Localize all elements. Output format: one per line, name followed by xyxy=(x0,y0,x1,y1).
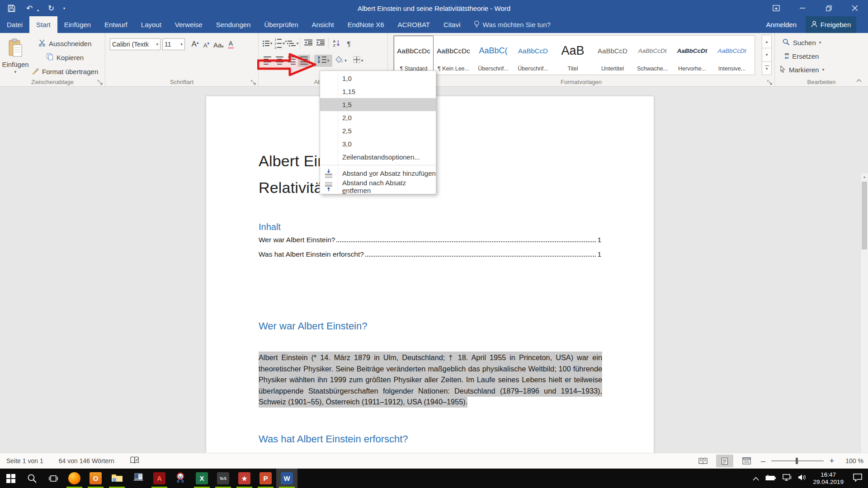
style-intensive-hervorhebung[interactable]: AaBbCcDtIntensive... xyxy=(712,36,752,75)
vertical-scrollbar[interactable]: ▴ xyxy=(860,174,868,453)
close-button[interactable] xyxy=(842,0,868,16)
read-mode-view-button[interactable] xyxy=(694,455,712,467)
menu-item-spacing-2-5[interactable]: 2,5 xyxy=(320,124,436,137)
minimize-button[interactable] xyxy=(789,0,816,16)
show-paragraph-marks-button[interactable]: ¶ xyxy=(343,38,355,50)
zoom-level[interactable]: 100 % xyxy=(840,457,863,465)
taskbar-app-powerpoint[interactable]: P xyxy=(255,469,276,488)
task-view-button[interactable] xyxy=(42,469,64,488)
zoom-slider[interactable] xyxy=(771,460,824,461)
taskbar-app-texmaker[interactable]: TeX xyxy=(212,469,234,488)
share-button[interactable]: Freigeben xyxy=(806,16,856,33)
tab-endnote[interactable]: EndNote X6 xyxy=(341,16,391,33)
restore-button[interactable] xyxy=(816,0,842,16)
tell-me-box[interactable]: Was möchten Sie tun? xyxy=(467,16,557,33)
tab-ueberpruefen[interactable]: Überprüfen xyxy=(257,16,305,33)
selected-text[interactable]: Albert Einstein (* 14. März 1879 in Ulm,… xyxy=(259,352,602,408)
format-painter-button[interactable]: Format übertragen xyxy=(30,66,100,77)
cut-button[interactable]: Ausschneiden xyxy=(30,38,100,49)
font-name-select[interactable]: Calibri (Textk ▾ xyxy=(110,38,160,50)
line-spacing-button[interactable]: ▾ xyxy=(314,55,332,67)
numbered-list-button[interactable]: 1 2 3 ▾ xyxy=(274,38,286,50)
tab-sendungen[interactable]: Sendungen xyxy=(209,16,258,33)
redo-button[interactable]: ↻ xyxy=(45,2,57,14)
ribbon-display-options-button[interactable] xyxy=(763,0,789,16)
taskbar-clock[interactable]: 16:47 29.04.2019 xyxy=(813,471,844,486)
tab-acrobat[interactable]: ACROBAT xyxy=(391,16,437,33)
shading-button[interactable]: ▾ xyxy=(332,55,349,67)
start-button[interactable] xyxy=(0,469,21,488)
bullet-list-button[interactable]: ▾ xyxy=(261,38,274,50)
clear-formatting-button[interactable]: A xyxy=(225,38,236,51)
clipboard-dialog-launcher[interactable] xyxy=(98,79,103,84)
menu-item-remove-space-after[interactable]: Abstand nach Absatz entfernen xyxy=(320,180,436,193)
menu-item-spacing-options[interactable]: Zeilenabstandsoptionen... xyxy=(320,150,436,164)
menu-item-spacing-3-0[interactable]: 3,0 xyxy=(320,137,436,150)
toc-heading[interactable]: Inhalt xyxy=(259,222,281,232)
taskbar-app-excel[interactable]: X xyxy=(191,469,212,488)
shrink-font-button[interactable]: A▾ xyxy=(201,38,212,51)
taskbar-app-word[interactable]: W xyxy=(276,469,297,488)
undo-button[interactable]: ↶ xyxy=(24,2,35,14)
taskbar-app-explorer[interactable] xyxy=(106,469,127,488)
menu-item-spacing-1-0[interactable]: 1,0 xyxy=(320,72,436,85)
heading-was-hat-albert-einstein-erforscht[interactable]: Was hat Albert Einstein erforscht? xyxy=(259,433,408,445)
collapse-ribbon-button[interactable] xyxy=(854,76,864,84)
style-titel[interactable]: AaBTitel xyxy=(553,36,593,75)
zoom-in-button[interactable]: + xyxy=(828,456,835,466)
style-untertitel[interactable]: AaBbCcDUntertitel xyxy=(593,36,632,75)
styles-dialog-launcher[interactable] xyxy=(767,79,773,84)
network-icon[interactable] xyxy=(783,474,792,483)
grow-font-button[interactable]: A▴ xyxy=(189,38,201,51)
customize-qat-button[interactable]: ▾ xyxy=(63,6,65,10)
copy-button[interactable]: Kopieren xyxy=(30,52,100,63)
scrollbar-up-icon[interactable]: ▴ xyxy=(861,174,868,179)
replace-button[interactable]: ab ac Ersetzen xyxy=(779,50,824,62)
find-button[interactable]: Suchen ▾ xyxy=(779,37,824,48)
tab-citavi[interactable]: Citavi xyxy=(437,16,467,33)
toc-entry[interactable]: Was hat Albert Einstein erforscht?1 xyxy=(259,250,601,265)
sort-button[interactable]: A Z xyxy=(330,38,343,50)
select-button[interactable]: Markieren ▾ xyxy=(779,64,824,75)
font-dialog-launcher[interactable] xyxy=(251,79,256,84)
undo-dropdown-caret-icon[interactable]: ▾ xyxy=(37,9,39,13)
zoom-out-button[interactable]: – xyxy=(760,456,767,466)
tab-einfuegen[interactable]: Einfügen xyxy=(57,16,98,33)
sign-in-button[interactable]: Anmelden xyxy=(757,16,806,33)
taskbar-app-acrobat[interactable]: A xyxy=(149,469,170,488)
change-case-button[interactable]: Aa▾ xyxy=(212,38,225,51)
borders-button[interactable]: ▾ xyxy=(349,55,367,67)
tab-datei[interactable]: Datei xyxy=(0,16,29,33)
menu-item-spacing-1-15[interactable]: 1,15 xyxy=(320,85,436,98)
multilevel-list-button[interactable]: ▾ xyxy=(286,38,298,50)
tab-start[interactable]: Start xyxy=(29,16,57,33)
styles-scroll-down-button[interactable]: ▾ xyxy=(762,48,772,61)
taskbar-search-button[interactable] xyxy=(21,469,42,488)
volume-icon[interactable] xyxy=(798,474,807,483)
menu-item-spacing-1-5[interactable]: 1,5 xyxy=(320,98,436,111)
heading-wer-war-albert-einstein[interactable]: Wer war Albert Einstein? xyxy=(259,320,367,332)
style-ueberschrift-2[interactable]: AaBbCcDÜberschrif... xyxy=(513,36,553,75)
word-count-status[interactable]: 64 von 146 Wörtern xyxy=(59,457,114,465)
styles-scroll-up-button[interactable]: ▴ xyxy=(762,35,772,48)
zoom-slider-thumb[interactable] xyxy=(796,458,798,464)
tab-layout[interactable]: Layout xyxy=(134,16,168,33)
style-ueberschrift-1[interactable]: AaBbC(Überschrif... xyxy=(473,36,513,75)
page-count-status[interactable]: Seite 1 von 1 xyxy=(6,457,43,465)
paste-button[interactable]: Einfügen ▾ xyxy=(2,36,28,81)
taskbar-app-office[interactable]: O xyxy=(85,469,106,488)
style-kein-leerraum[interactable]: AaBbCcDc¶ Kein Lee... xyxy=(434,36,473,75)
scrollbar-thumb[interactable] xyxy=(862,182,867,249)
save-button[interactable] xyxy=(5,2,17,14)
menu-item-add-space-before[interactable]: Abstand vor Absatz hinzufügen xyxy=(320,167,436,180)
toc-entry[interactable]: Wer war Albert Einstein?1 xyxy=(259,236,601,250)
battery-icon[interactable] xyxy=(765,474,776,483)
web-layout-view-button[interactable] xyxy=(738,455,755,467)
tab-verweise[interactable]: Verweise xyxy=(168,16,209,33)
style-schwache-hervorhebung[interactable]: AaBbCcDtSchwache... xyxy=(632,36,672,75)
body-paragraph[interactable]: Albert Einstein (* 14. März 1879 in Ulm,… xyxy=(259,352,602,408)
taskbar-app-snipping-tool[interactable] xyxy=(170,469,191,488)
style-hervorhebung[interactable]: AaBbCcDtHervorhe... xyxy=(672,36,712,75)
increase-indent-button[interactable] xyxy=(314,38,326,50)
tab-ansicht[interactable]: Ansicht xyxy=(305,16,341,33)
